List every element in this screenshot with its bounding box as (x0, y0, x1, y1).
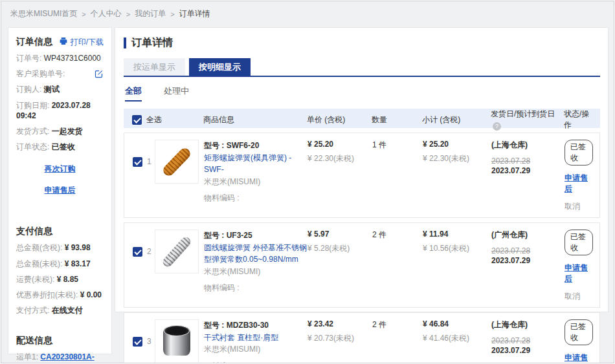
product-description-link[interactable]: 圆线螺旋弹簧 外径基准不锈钢型弹簧常数0.05~0.98N/mm (204, 242, 308, 266)
order-item-row: 3 型号 : MDZB30-30 干式衬套 直柱型·肩型 米思米(MISUMI)… (124, 312, 600, 363)
order-number-field: 订单号: WP43731C6000 (16, 53, 104, 63)
col-product: 商品信息 (203, 114, 307, 125)
product-image[interactable] (155, 230, 199, 273)
unit-price-untaxed: ¥ 22.30(未税) (308, 153, 372, 164)
order-number-value: WP43731C6000 (44, 54, 101, 63)
subtotal-untaxed: ¥ 10.56(未税) (423, 243, 491, 254)
subtotal-untaxed: ¥ 22.30(未税) (423, 153, 491, 164)
table-header: 全选 商品信息 单价 (含税) 数量 小计 (含税) 发货日/预计到货日 状态/… (124, 109, 600, 128)
warehouse: (上海仓库) (491, 140, 565, 151)
ship-date-new: 2023.07.29 (491, 346, 565, 355)
breadcrumb-personal-center[interactable]: 个人中心 (91, 8, 122, 19)
payment-method-field: 支付方式: 在线支付 (16, 305, 104, 316)
order-info-title: 订单信息 (16, 36, 52, 48)
title-accent-bar (124, 37, 126, 48)
row-checkbox[interactable] (133, 337, 142, 347)
order-status-field: 订单状态: 已签收 (16, 142, 104, 152)
shipping-method-field: 发货方式: 一起发货 (16, 126, 104, 136)
ship-date-old: 2023.07.28 (491, 246, 565, 255)
breadcrumb-current: 订单详情 (179, 8, 210, 19)
order-date-field: 订购日期: 2023.07.28 09:42 (16, 100, 104, 121)
product-brand: 米思米(MISUMI) (204, 266, 308, 278)
delivery-info-title: 配送信息 (16, 335, 104, 347)
row-checkbox[interactable] (133, 247, 142, 257)
breadcrumb-separator: > (82, 10, 85, 18)
quantity: 1 件 (372, 140, 423, 151)
product-description-link[interactable]: 干式衬套 直柱型·肩型 (204, 332, 308, 344)
customer-po-field: 客户采购单号: (16, 69, 104, 79)
subtotal-taxed: ¥ 46.84 (423, 319, 491, 328)
warehouse: (上海仓库) (491, 319, 565, 330)
product-image[interactable] (155, 319, 199, 363)
total-taxed-field: 总金额(含税): ¥ 93.98 (16, 242, 104, 253)
after-sale-link[interactable]: 申请售后 (45, 185, 76, 196)
subtotal-taxed: ¥ 25.20 (423, 140, 491, 149)
order-item-row: 2 型号 : UF3-25 圆线螺旋弹簧 外径基准不锈钢型弹簧常数0.05~0.… (124, 222, 600, 308)
unit-price-taxed: ¥ 23.42 (308, 319, 372, 328)
select-all-checkbox[interactable] (132, 115, 142, 125)
ship-date-old: 2023.07.28 (491, 336, 565, 345)
payment-info-title: 支付信息 (16, 226, 104, 237)
display-mode-tabs: 按运单显示 按明细显示 (124, 58, 600, 77)
subtab-all[interactable]: 全部 (125, 85, 142, 102)
subtotal-untaxed: ¥ 41.46(未税) (423, 333, 491, 344)
subtab-processing[interactable]: 处理中 (164, 85, 189, 102)
cancel-action[interactable]: 取消 (565, 291, 593, 302)
status-badge: 已签收 (565, 230, 593, 255)
filter-subtabs: 全部 处理中 (125, 85, 600, 102)
edit-icon[interactable] (94, 69, 104, 81)
order-item-row: 1 型号 : SWF6-20 矩形螺旋弹簧(模具弹簧) -SWF- 米思米(MI… (124, 133, 600, 218)
col-ship-date: 发货日/预计到货日 (491, 109, 564, 131)
printer-icon (59, 37, 68, 47)
breadcrumb-my-orders[interactable]: 我的订单 (135, 8, 166, 19)
ship-date-new: 2023.07.29 (491, 166, 565, 175)
col-unit-price: 单价 (含税) (307, 114, 372, 125)
row-number: 1 (147, 157, 151, 166)
after-sale-action[interactable]: 申请售后 (565, 352, 593, 363)
subtotal-taxed: ¥ 11.94 (423, 230, 491, 239)
print-download-link[interactable]: 打印/下载 (59, 37, 104, 48)
col-status: 状态/操作 (564, 109, 594, 131)
order-summary-sidebar: 订单信息 打印/下载 订单号: WP43731C6000 客户采购单号: (8, 27, 112, 354)
waybill-1-field: 运单1: CA20230801A-0171 (16, 352, 104, 363)
material-code-label: 物料编码 : (204, 192, 308, 204)
row-checkbox[interactable] (133, 157, 142, 167)
breadcrumb-separator: > (126, 10, 130, 18)
product-image[interactable] (155, 140, 199, 184)
ship-date-new: 2023.07.29 (491, 256, 565, 265)
row-number: 3 (147, 337, 151, 346)
product-brand: 米思米(MISUMI) (204, 343, 308, 356)
product-description-link[interactable]: 矩形螺旋弹簧(模具弹簧) -SWF- (204, 152, 308, 176)
product-model: 型号 : SWF6-20 (204, 140, 308, 152)
quantity: 2 件 (372, 230, 423, 241)
breadcrumb: 米思米MISUMI首页 > 个人中心 > 我的订单 > 订单详情 (10, 8, 210, 19)
quantity: 2 件 (372, 319, 423, 330)
orderer-field: 订购人: 测试 (16, 84, 104, 94)
panel-title: 订单详情 (124, 36, 600, 50)
col-subtotal: 小计 (含税) (422, 114, 491, 125)
product-brand: 米思米(MISUMI) (204, 176, 308, 188)
orange-spring-icon (161, 145, 192, 177)
tab-by-detail[interactable]: 按明细显示 (189, 58, 251, 76)
order-detail-panel: 订单详情 按运单显示 按明细显示 全部 处理中 全选 商品信息 单价 (含税) … (115, 27, 609, 312)
order-detail-page: 米思米MISUMI首页 > 个人中心 > 我的订单 > 订单详情 订单信息 打印… (1, 1, 614, 363)
material-code-label: 物料编码 : (204, 282, 308, 294)
warehouse: (广州仓库) (491, 230, 565, 241)
after-sale-action[interactable]: 申请售后 (565, 173, 593, 195)
col-qty: 数量 (372, 114, 422, 125)
print-download-label: 打印/下载 (71, 37, 104, 48)
reorder-link[interactable]: 再次订购 (45, 164, 76, 175)
cancel-action[interactable]: 取消 (565, 201, 593, 212)
help-icon[interactable] (493, 122, 501, 131)
coupon-discount-field: 优惠券折扣(未税): ¥ 0.00 (16, 290, 104, 300)
product-model: 型号 : UF3-25 (204, 230, 308, 242)
unit-price-taxed: ¥ 25.20 (308, 140, 372, 149)
status-badge: 已签收 (565, 140, 593, 166)
unit-price-untaxed: ¥ 5.28(未税) (308, 243, 372, 254)
breadcrumb-home[interactable]: 米思米MISUMI首页 (10, 8, 77, 19)
status-badge: 已签收 (565, 319, 593, 345)
total-untaxed-field: 总金额(未税): ¥ 83.17 (16, 259, 104, 269)
metal-bushing-icon (163, 327, 190, 356)
after-sale-action[interactable]: 申请售后 (565, 262, 593, 284)
tab-by-waybill[interactable]: 按运单显示 (124, 58, 185, 76)
